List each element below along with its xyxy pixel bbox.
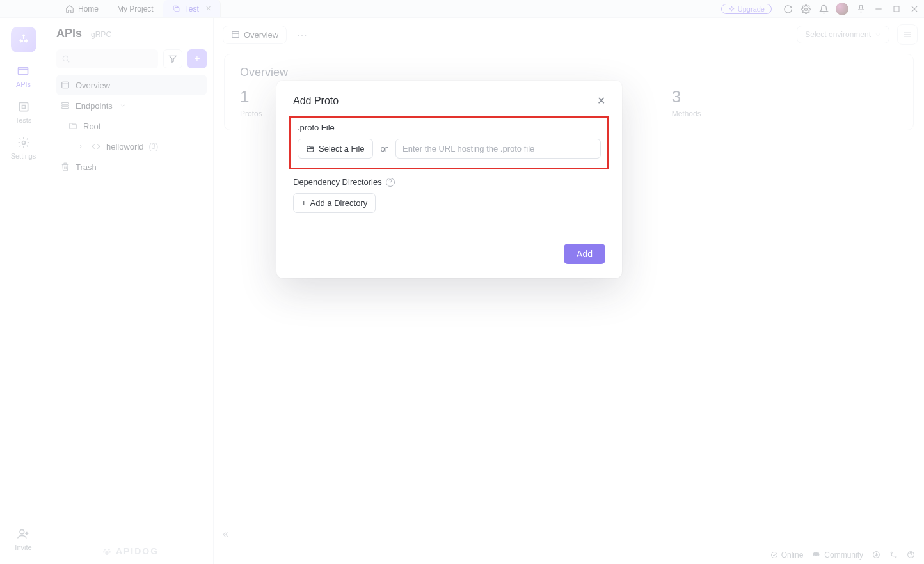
status-help-icon[interactable] <box>907 551 915 559</box>
sidebar-overview-label: Overview <box>76 81 110 90</box>
svg-rect-3 <box>894 6 899 12</box>
tab-home-label: Home <box>78 4 99 13</box>
sidebar-item-trash[interactable]: Trash <box>56 157 207 177</box>
home-icon <box>65 4 74 13</box>
svg-point-9 <box>22 141 25 145</box>
sidebar-title: APIs <box>56 27 82 40</box>
check-circle-icon <box>770 551 778 559</box>
nav-invite[interactable]: Invite <box>15 527 31 551</box>
chevron-right-icon <box>76 141 86 152</box>
upgrade-label: Upgrade <box>738 5 765 13</box>
left-nav: APIs Tests Settings Invite <box>0 18 47 564</box>
discord-icon <box>812 551 821 559</box>
help-icon[interactable]: ? <box>386 178 395 187</box>
search-input[interactable] <box>56 49 158 68</box>
nav-apis[interactable]: APIs <box>16 64 31 88</box>
svg-point-34 <box>891 552 892 553</box>
svg-rect-20 <box>62 107 69 108</box>
sidebar-endpoints-label: Endpoints <box>76 101 113 111</box>
svg-point-10 <box>20 529 24 534</box>
svg-point-24 <box>109 551 111 553</box>
sidebar-helloworld-label: helloworld <box>106 142 144 152</box>
status-bar: Online Community <box>214 545 924 564</box>
stat-protos-label: Protos <box>240 109 262 118</box>
status-download-icon[interactable] <box>872 551 880 559</box>
sidebar-item-root[interactable]: Root <box>56 116 207 136</box>
svg-point-22 <box>108 549 110 551</box>
tab-project[interactable]: My Project <box>108 0 163 17</box>
plus-icon: + <box>194 53 200 65</box>
nav-apis-label: APIs <box>16 81 31 88</box>
sidebar-item-endpoints[interactable]: Endpoints <box>56 95 207 116</box>
filter-icon <box>168 54 177 63</box>
main-tab-bar: Overview ⋯ Select environment <box>214 18 924 46</box>
add-directory-button[interactable]: + Add a Directory <box>293 193 376 213</box>
modal-title: Add Proto <box>293 95 339 107</box>
settings-icon <box>17 136 31 150</box>
sidebar-trash-label: Trash <box>76 162 97 172</box>
svg-rect-26 <box>232 31 239 37</box>
dependency-directories-label: Dependency Directories ? <box>293 177 605 187</box>
invite-icon <box>16 527 30 541</box>
more-icon[interactable]: ⋯ <box>291 29 314 41</box>
stat-methods: 3 Methods <box>672 87 701 118</box>
svg-rect-19 <box>62 105 69 106</box>
svg-rect-8 <box>19 102 28 111</box>
proto-url-input[interactable] <box>395 139 601 159</box>
tab-home[interactable]: Home <box>56 0 108 17</box>
window-controls: Upgrade <box>721 0 920 18</box>
maximize-icon[interactable] <box>891 3 902 15</box>
nav-tests[interactable]: Tests <box>15 100 32 124</box>
chevron-down-icon <box>875 31 881 38</box>
tests-icon <box>17 100 31 114</box>
stat-methods-value: 3 <box>672 87 701 107</box>
add-directory-label: Add a Directory <box>310 198 368 208</box>
folder-open-icon <box>306 145 315 153</box>
add-button[interactable]: + <box>187 49 207 68</box>
stat-protos: 1 Protos <box>240 87 262 118</box>
or-label: or <box>381 144 388 153</box>
svg-rect-18 <box>62 102 69 104</box>
environment-selector[interactable]: Select environment <box>797 26 889 43</box>
upgrade-button[interactable]: Upgrade <box>721 4 772 14</box>
main-tab-overview[interactable]: Overview <box>223 26 287 44</box>
sparkle-icon <box>728 6 735 13</box>
tab-close-icon[interactable]: ✕ <box>205 4 211 13</box>
endpoints-icon <box>60 100 70 111</box>
brand-logo[interactable] <box>11 27 36 52</box>
sidebar-item-overview[interactable]: Overview <box>56 75 207 95</box>
layout-icon <box>903 30 912 39</box>
pin-icon[interactable] <box>855 3 866 15</box>
folder-icon <box>68 121 78 131</box>
refresh-icon[interactable] <box>782 3 793 15</box>
proto-file-section: .proto File Select a File or <box>289 116 609 169</box>
nav-settings[interactable]: Settings <box>11 136 36 160</box>
avatar[interactable] <box>836 3 848 15</box>
svg-rect-6 <box>19 67 28 75</box>
minimize-icon[interactable] <box>873 3 884 15</box>
sidebar-brand-footer: APIDOG <box>47 546 213 556</box>
add-submit-button[interactable]: Add <box>564 244 605 264</box>
main-tab-overview-label: Overview <box>244 30 278 40</box>
gear-icon[interactable] <box>800 3 811 15</box>
modal-close-button[interactable]: ✕ <box>597 95 605 107</box>
svg-point-37 <box>911 556 911 557</box>
add-proto-modal: Add Proto ✕ .proto File Select a File or… <box>276 81 622 278</box>
svg-marker-15 <box>170 56 177 62</box>
copy-icon <box>172 4 181 13</box>
filter-button[interactable] <box>163 49 182 68</box>
svg-rect-16 <box>62 82 69 88</box>
status-online[interactable]: Online <box>770 551 804 560</box>
collapse-sidebar-button[interactable]: « <box>223 528 228 540</box>
svg-line-14 <box>68 61 70 63</box>
tab-test[interactable]: Test ✕ <box>163 0 221 17</box>
bell-icon[interactable] <box>818 3 829 15</box>
status-community[interactable]: Community <box>812 551 863 560</box>
status-git-icon[interactable] <box>889 551 898 559</box>
select-file-button[interactable]: Select a File <box>298 139 373 159</box>
tab-project-label: My Project <box>117 4 154 13</box>
toggle-panel-button[interactable] <box>897 24 918 45</box>
environment-placeholder: Select environment <box>805 30 871 39</box>
sidebar-item-helloworld[interactable]: helloworld (3) <box>56 136 207 157</box>
close-icon[interactable] <box>909 3 920 15</box>
